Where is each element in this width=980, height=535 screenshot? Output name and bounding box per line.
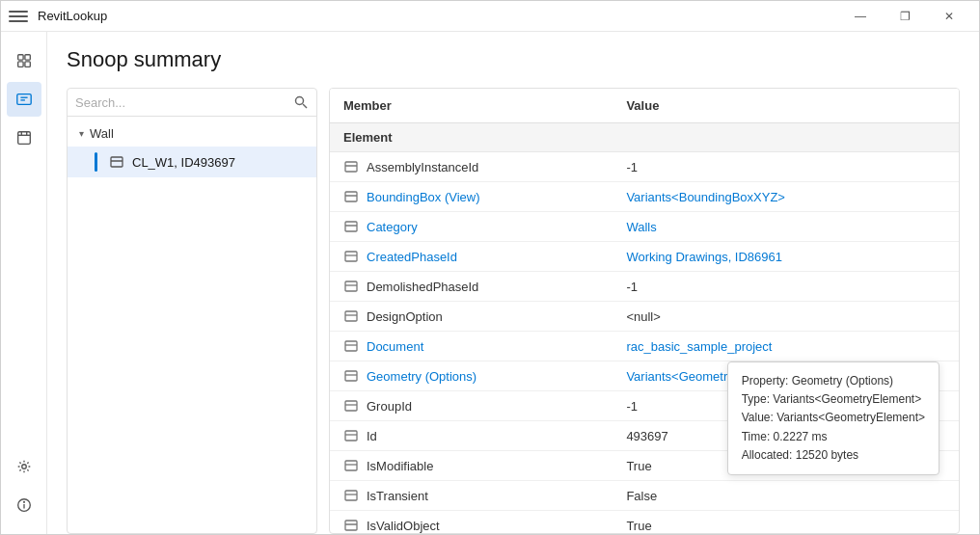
tooltip-box: Property: Geometry (Options)Type: Varian… xyxy=(727,361,939,475)
panels: ▾ Wall CL_W1, ID493697 xyxy=(67,88,960,534)
tooltip-line: Value: Variants<GeometryElement> xyxy=(742,409,925,427)
svg-rect-39 xyxy=(345,461,357,470)
svg-rect-0 xyxy=(17,55,22,60)
sidebar-bottom-icons xyxy=(7,449,41,534)
table-row: Documentrac_basic_sample_project xyxy=(330,332,959,361)
tree-item[interactable]: CL_W1, ID493697 xyxy=(68,147,316,177)
table-row: IsTransientFalse xyxy=(330,481,959,511)
tooltip-line: Property: Geometry (Options) xyxy=(742,372,925,390)
svg-point-15 xyxy=(296,97,304,105)
window-controls: — ❐ ✕ xyxy=(838,1,971,32)
close-button[interactable]: ✕ xyxy=(927,1,971,32)
member-icon xyxy=(343,249,359,264)
tree-content: ▾ Wall CL_W1, ID493697 xyxy=(68,117,316,533)
value-cell: True xyxy=(612,511,959,534)
search-input[interactable] xyxy=(75,95,293,110)
section-header-label: Element xyxy=(330,123,959,152)
search-box xyxy=(68,89,316,117)
svg-rect-2 xyxy=(17,62,22,67)
hamburger-menu[interactable] xyxy=(9,7,28,26)
tree-item-label: CL_W1, ID493697 xyxy=(132,155,235,170)
member-icon xyxy=(343,428,359,443)
value-label: -1 xyxy=(626,399,638,414)
member-label: Id xyxy=(367,429,377,443)
table-row: DemolishedPhaseId-1 xyxy=(330,272,959,302)
sidebar-icon-info[interactable] xyxy=(7,488,41,522)
chevron-down-icon: ▾ xyxy=(79,128,84,139)
sidebar-icon-snoop[interactable] xyxy=(7,82,41,117)
sidebar-icon-settings[interactable] xyxy=(7,449,41,484)
svg-rect-37 xyxy=(345,431,357,441)
member-label: IsValidObject xyxy=(367,519,440,533)
member-cell: IsModifiable xyxy=(330,451,612,481)
element-icon xyxy=(109,154,124,170)
svg-rect-3 xyxy=(24,62,29,67)
col-member: Member xyxy=(330,89,612,123)
member-cell: BoundingBox (View) xyxy=(330,182,612,212)
svg-point-11 xyxy=(21,465,26,469)
tree-group-header[interactable]: ▾ Wall xyxy=(68,120,316,147)
svg-rect-33 xyxy=(345,371,357,381)
value-cell: -1 xyxy=(612,272,959,302)
value-cell: Walls xyxy=(612,212,959,242)
member-label: DemolishedPhaseId xyxy=(367,280,478,294)
svg-rect-25 xyxy=(345,252,357,261)
value-label: -1 xyxy=(626,280,638,294)
member-link[interactable]: BoundingBox (View) xyxy=(367,190,480,204)
member-icon xyxy=(343,308,359,324)
sidebar-icon-home[interactable] xyxy=(7,43,41,78)
value-cell: Working Drawings, ID86961 xyxy=(612,242,959,272)
value-link[interactable]: Variants<BoundingBoxXYZ> xyxy=(626,190,785,204)
search-icon[interactable] xyxy=(293,94,309,110)
value-link[interactable]: Walls xyxy=(626,220,656,234)
member-cell: GroupId xyxy=(330,391,612,421)
member-icon xyxy=(343,398,359,414)
sidebar-icon-events[interactable] xyxy=(7,120,41,155)
minimize-button[interactable]: — xyxy=(838,1,883,32)
value-link[interactable]: Working Drawings, ID86961 xyxy=(626,250,782,264)
tooltip-line: Time: 0.2227 ms xyxy=(742,428,925,446)
member-cell: Id xyxy=(330,421,612,451)
titlebar: RevitLookup — ❐ ✕ xyxy=(1,1,979,32)
member-icon xyxy=(343,279,359,294)
member-icon xyxy=(343,368,359,384)
table-row: BoundingBox (View)Variants<BoundingBoxXY… xyxy=(330,182,959,212)
value-label: <null> xyxy=(626,309,660,324)
svg-rect-7 xyxy=(17,132,30,145)
value-link[interactable]: rac_basic_sample_project xyxy=(626,339,772,354)
value-label: True xyxy=(626,459,651,473)
svg-rect-21 xyxy=(345,192,357,201)
member-label: IsTransient xyxy=(367,489,428,503)
member-link[interactable]: CreatedPhaseId xyxy=(367,250,457,264)
svg-rect-35 xyxy=(345,401,357,411)
detail-panel: Member Value ElementAssemblyInstanceId-1… xyxy=(329,88,960,534)
table-row: CreatedPhaseIdWorking Drawings, ID86961 xyxy=(330,242,959,272)
member-link[interactable]: Category xyxy=(367,220,418,234)
app-title: RevitLookup xyxy=(38,9,838,23)
svg-rect-19 xyxy=(345,162,357,172)
member-icon xyxy=(343,518,359,533)
member-link[interactable]: Document xyxy=(367,339,423,354)
member-cell: CreatedPhaseId xyxy=(330,242,612,272)
member-cell: DesignOption xyxy=(330,302,612,332)
svg-rect-43 xyxy=(345,521,357,530)
member-link[interactable]: Geometry (Options) xyxy=(367,369,476,384)
tree-group-label: Wall xyxy=(90,126,114,141)
tooltip-line: Allocated: 12520 bytes xyxy=(742,446,925,465)
member-icon xyxy=(343,159,359,174)
svg-rect-41 xyxy=(345,491,357,500)
value-cell: rac_basic_sample_project xyxy=(612,332,959,361)
svg-rect-29 xyxy=(345,311,357,321)
member-icon xyxy=(343,189,359,204)
svg-rect-17 xyxy=(111,157,122,167)
tree-panel: ▾ Wall CL_W1, ID493697 xyxy=(67,88,317,534)
app-window: RevitLookup — ❐ ✕ xyxy=(0,0,980,535)
selection-indicator xyxy=(95,152,97,172)
maximize-button[interactable]: ❐ xyxy=(883,1,927,32)
value-label: -1 xyxy=(626,160,638,174)
tooltip-line: Type: Variants<GeometryElement> xyxy=(742,390,925,409)
member-label: DesignOption xyxy=(367,309,443,324)
svg-rect-4 xyxy=(16,94,30,105)
value-cell: -1 xyxy=(612,152,959,182)
svg-rect-1 xyxy=(24,55,29,60)
